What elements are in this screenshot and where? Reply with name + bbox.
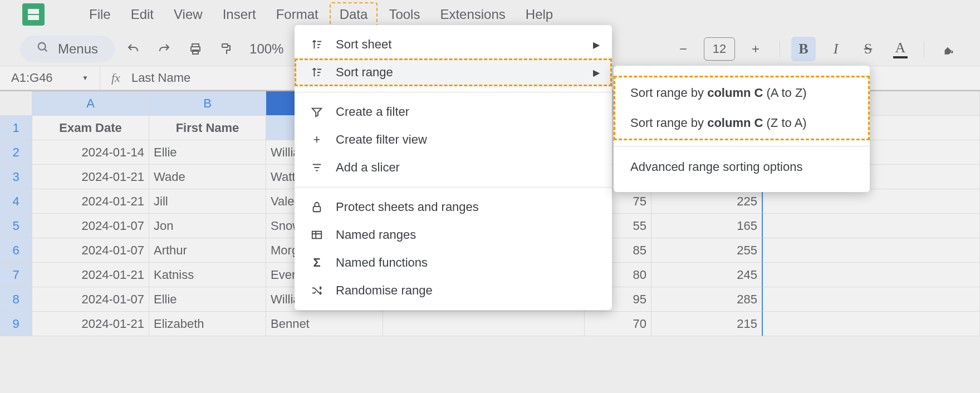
cell-empty[interactable] bbox=[763, 263, 980, 287]
mi-advanced-sort[interactable]: Advanced range sorting options bbox=[614, 152, 870, 182]
cell-empty[interactable] bbox=[763, 312, 980, 336]
menu-file[interactable]: File bbox=[80, 3, 120, 26]
menu-separator bbox=[614, 146, 870, 146]
cell-first[interactable]: Jill bbox=[149, 189, 266, 214]
cell-date[interactable]: 2024-01-21 bbox=[32, 189, 149, 214]
fill-color-button[interactable] bbox=[935, 37, 960, 61]
mi-protect[interactable]: Protect sheets and ranges bbox=[295, 193, 612, 221]
col-header-a[interactable]: A bbox=[32, 91, 149, 116]
menu-insert[interactable]: Insert bbox=[214, 3, 265, 26]
mi-sort-range[interactable]: Sort range ▶ bbox=[295, 58, 612, 86]
row-header[interactable]: 4 bbox=[0, 189, 32, 214]
cell-date[interactable]: 2024-01-07 bbox=[32, 214, 149, 238]
italic-button[interactable]: I bbox=[824, 37, 848, 61]
sort-sheet-icon bbox=[309, 38, 325, 51]
cell-v2[interactable]: 245 bbox=[651, 263, 763, 287]
row-header[interactable]: 5 bbox=[0, 214, 32, 238]
cell-empty[interactable] bbox=[763, 189, 980, 214]
mi-named-ranges[interactable]: Named ranges bbox=[295, 221, 612, 249]
mi-sort-az[interactable]: Sort range by column C (A to Z) bbox=[614, 78, 870, 108]
cell-date[interactable]: 2024-01-21 bbox=[32, 165, 149, 189]
zoom-value: 100% bbox=[249, 41, 283, 57]
redo-button[interactable] bbox=[151, 36, 177, 62]
mi-sort-sheet[interactable]: Sort sheet ▶ bbox=[295, 31, 612, 58]
cell-first[interactable]: Ellie bbox=[149, 140, 266, 165]
mi-label: Named functions bbox=[336, 256, 428, 270]
fontsize-input[interactable]: 12 bbox=[704, 37, 735, 61]
zoom-dropdown[interactable]: 100% bbox=[245, 41, 288, 57]
row-header[interactable]: 9 bbox=[0, 312, 32, 336]
row-header-1[interactable]: 1 bbox=[0, 116, 32, 140]
menus-search[interactable]: Menus bbox=[20, 36, 115, 62]
row-header[interactable]: 3 bbox=[0, 165, 32, 189]
cell-first[interactable]: Elizabeth bbox=[149, 312, 266, 336]
cell-first[interactable]: Ellie bbox=[149, 287, 266, 312]
cell-last[interactable]: Bennet bbox=[266, 312, 383, 336]
mi-label: Sort sheet bbox=[336, 37, 391, 52]
cell-hidden[interactable] bbox=[383, 312, 585, 336]
sigma-icon: Σ bbox=[309, 256, 325, 270]
menu-format[interactable]: Format bbox=[267, 3, 327, 26]
menu-edit[interactable]: Edit bbox=[122, 3, 163, 26]
svg-point-0 bbox=[38, 43, 46, 50]
formula-value[interactable]: Last Name bbox=[131, 71, 190, 85]
mi-named-functions[interactable]: Σ Named functions bbox=[295, 249, 612, 277]
filter-icon bbox=[309, 106, 325, 118]
menu-extensions[interactable]: Extensions bbox=[431, 3, 514, 26]
cell-v2[interactable]: 255 bbox=[651, 238, 763, 263]
cell-date[interactable]: 2024-01-07 bbox=[32, 238, 149, 263]
menu-tools[interactable]: Tools bbox=[380, 3, 429, 26]
mi-create-filter[interactable]: Create a filter bbox=[295, 98, 612, 126]
strikethrough-button[interactable]: S bbox=[856, 37, 880, 61]
cell-v2[interactable]: 165 bbox=[651, 214, 763, 238]
cell-empty[interactable] bbox=[763, 214, 980, 238]
cell-date[interactable]: 2024-01-14 bbox=[32, 140, 149, 165]
cell-v2[interactable]: 225 bbox=[651, 189, 763, 214]
cell-first[interactable]: Arthur bbox=[149, 238, 266, 263]
paint-format-button[interactable] bbox=[214, 36, 239, 62]
mi-label: Sort range by column C (Z to A) bbox=[630, 116, 807, 130]
named-ranges-icon bbox=[309, 229, 325, 241]
select-all-corner[interactable] bbox=[0, 91, 32, 116]
cell-b1[interactable]: First Name bbox=[149, 116, 266, 140]
mi-label: Add a slicer bbox=[336, 160, 400, 175]
mi-sort-za[interactable]: Sort range by column C (Z to A) bbox=[614, 108, 870, 138]
mi-add-slicer[interactable]: Add a slicer bbox=[295, 154, 612, 181]
mi-create-filter-view[interactable]: + Create filter view bbox=[295, 126, 612, 154]
cell-first[interactable]: Wade bbox=[149, 165, 266, 189]
print-button[interactable] bbox=[183, 36, 208, 62]
menus-label: Menus bbox=[58, 41, 98, 57]
menu-data[interactable]: Data bbox=[330, 2, 378, 27]
cell-date[interactable]: 2024-01-07 bbox=[32, 287, 149, 312]
cell-date[interactable]: 2024-01-21 bbox=[32, 312, 149, 336]
search-icon bbox=[37, 41, 49, 57]
mi-label: Randomise range bbox=[336, 283, 433, 298]
menu-view[interactable]: View bbox=[165, 3, 212, 26]
mi-label: Advanced range sorting options bbox=[630, 160, 802, 174]
row-header[interactable]: 8 bbox=[0, 287, 32, 312]
decrease-fontsize-button[interactable]: − bbox=[670, 36, 696, 62]
submenu-arrow-icon: ▶ bbox=[593, 40, 600, 50]
cell-v2[interactable]: 215 bbox=[651, 312, 763, 336]
chevron-down-icon: ▼ bbox=[82, 74, 89, 82]
increase-fontsize-button[interactable]: + bbox=[743, 36, 768, 62]
bold-button[interactable]: B bbox=[791, 37, 816, 61]
cell-first[interactable]: Katniss bbox=[149, 263, 266, 287]
mi-randomise[interactable]: Randomise range bbox=[295, 277, 612, 304]
row-header[interactable]: 2 bbox=[0, 140, 32, 165]
cell-a1[interactable]: Exam Date bbox=[32, 116, 149, 140]
undo-button[interactable] bbox=[120, 36, 146, 62]
text-color-button[interactable]: A bbox=[888, 37, 913, 61]
cell-v2[interactable]: 285 bbox=[651, 287, 763, 312]
lock-icon bbox=[309, 201, 325, 213]
row-header[interactable]: 6 bbox=[0, 238, 32, 263]
cell-date[interactable]: 2024-01-21 bbox=[32, 263, 149, 287]
row-header[interactable]: 7 bbox=[0, 263, 32, 287]
cell-v1[interactable]: 70 bbox=[585, 312, 651, 336]
cell-empty[interactable] bbox=[763, 287, 980, 312]
col-header-b[interactable]: B bbox=[149, 91, 266, 116]
cell-first[interactable]: Jon bbox=[149, 214, 266, 238]
name-box[interactable]: A1:G46 ▼ bbox=[0, 66, 100, 90]
cell-empty[interactable] bbox=[763, 238, 980, 263]
menu-help[interactable]: Help bbox=[517, 3, 562, 26]
